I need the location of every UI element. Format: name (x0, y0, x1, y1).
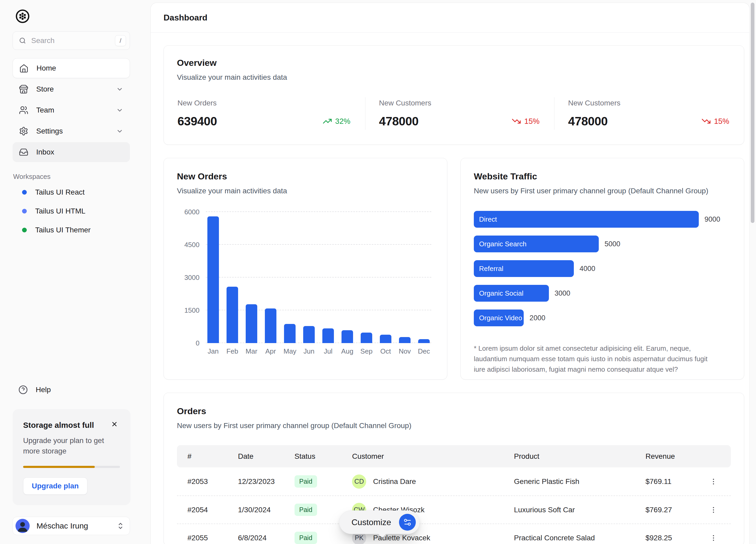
traffic-bar-value: 4000 (580, 265, 595, 273)
metric-value: 478000 (379, 114, 419, 128)
traffic-row: Organic Search5000 (474, 236, 731, 252)
bar-Mar[interactable] (246, 304, 257, 343)
traffic-footnote: * Lorem ipsum dolor sit amet consectetur… (474, 343, 718, 374)
sidebar-item-label: Inbox (36, 148, 54, 156)
page-header: Dashboard (151, 3, 749, 33)
storage-description: Upgrade your plan to get more storage (23, 435, 110, 456)
bar-chart-x-labels: JanFebMarAprMayJunJulAugSepOctNovDec (207, 347, 430, 355)
traffic-bar-value: 5000 (605, 240, 620, 248)
trend-value: 32% (335, 117, 350, 126)
app-logo-icon[interactable] (15, 9, 30, 24)
bar-Jul[interactable] (322, 328, 334, 343)
website-traffic-card: Website Traffic New users by First user … (460, 158, 744, 379)
sidebar-item-settings[interactable]: Settings (13, 121, 130, 141)
inbox-icon (19, 148, 28, 157)
column-header-product: Product (514, 452, 645, 461)
bar-Jan[interactable] (207, 217, 219, 343)
row-menu-dots-icon[interactable] (707, 531, 720, 544)
column-header-date: Date (238, 452, 295, 461)
workspace-item[interactable]: Tailus UI HTML (13, 202, 130, 221)
status-badge: Paid (295, 532, 317, 544)
new-orders-subtitle: Visualize your main activities data (177, 187, 434, 195)
traffic-bar-organic-search[interactable]: Organic Search (474, 236, 599, 252)
bar-Nov[interactable] (399, 337, 411, 343)
traffic-bar-organic-social[interactable]: Organic Social (474, 285, 549, 301)
x-axis-tick-label: Jun (303, 347, 315, 355)
traffic-bar-organic-video[interactable]: Organic Video (474, 309, 524, 326)
workspace-item[interactable]: Tailus UI React (13, 183, 130, 202)
trend-value: 15% (524, 117, 539, 126)
x-axis-tick-label: Aug (341, 347, 354, 355)
overview-subtitle: Visualize your main activities data (177, 73, 731, 82)
avatar: CD (352, 474, 366, 489)
x-axis-tick-label: Jan (207, 347, 219, 355)
y-axis-tick-label: 3000 (184, 273, 199, 282)
sidebar-item-store[interactable]: Store (13, 79, 130, 99)
search-input[interactable]: Search / (13, 31, 130, 50)
traffic-bar-label: Organic Search (479, 240, 527, 248)
bar-Oct[interactable] (380, 335, 391, 343)
y-axis-tick-label: 0 (196, 339, 199, 347)
sidebar-item-team[interactable]: Team (13, 100, 130, 120)
sidebar-item-help[interactable]: Help (13, 383, 130, 396)
x-axis-tick-label: Sep (360, 347, 373, 355)
bar-chart: 01500300045006000 (206, 212, 431, 343)
workspace-label: Tailus UI Themer (35, 226, 91, 234)
content: Overview Visualize your main activities … (151, 33, 749, 544)
workspace-label: Tailus UI HTML (35, 207, 85, 215)
product-name: Generic Plastic Fish (514, 477, 645, 486)
traffic-bar-label: Organic Social (479, 289, 523, 297)
upgrade-plan-button[interactable]: Upgrade plan (23, 477, 87, 495)
order-date: 12/23/2023 (238, 477, 295, 486)
traffic-row: Direct9000 (474, 211, 731, 228)
column-header-status: Status (295, 452, 352, 461)
new-orders-title: New Orders (177, 171, 434, 182)
traffic-bar-value: 2000 (529, 314, 545, 322)
bar-Feb[interactable] (227, 287, 238, 343)
sidebar-item-inbox[interactable]: Inbox (13, 142, 130, 162)
x-axis-tick-label: May (283, 347, 296, 355)
table-row: #20556/8/2024PaidPKPaulette KovacekPract… (177, 524, 731, 544)
search-icon (19, 37, 27, 45)
metric-label: New Customers (568, 99, 729, 107)
traffic-bar-referral[interactable]: Referral (474, 260, 574, 277)
x-axis-tick-label: Jul (322, 347, 334, 355)
traffic-bar-value: 9000 (705, 215, 720, 224)
traffic-bar-label: Organic Video (479, 314, 522, 322)
workspace-item[interactable]: Tailus UI Themer (13, 221, 130, 240)
y-axis-tick-label: 6000 (184, 208, 199, 216)
x-axis-tick-label: Feb (226, 347, 239, 355)
traffic-bar-direct[interactable]: Direct (474, 211, 699, 228)
traffic-row: Organic Social3000 (474, 285, 731, 301)
bars (207, 212, 430, 343)
main-area: Dashboard Overview Visualize your main a… (150, 0, 756, 544)
workspace-dot-icon (22, 228, 27, 233)
customize-button[interactable]: Customize (339, 510, 420, 534)
workspace-dot-icon (22, 190, 27, 195)
overview-card: Overview Visualize your main activities … (164, 45, 744, 145)
metric-label: New Customers (379, 99, 539, 107)
bar-Apr[interactable] (265, 308, 276, 343)
bar-Sep[interactable] (361, 332, 372, 343)
bar-Jun[interactable] (303, 326, 315, 343)
trend-down-icon (701, 117, 711, 126)
bar-Aug[interactable] (342, 330, 353, 343)
trend-up-indicator: 32% (323, 117, 350, 126)
metric-2: New Customers47800015% (554, 97, 744, 130)
sidebar-item-label: Store (36, 85, 54, 93)
bar-Dec[interactable] (418, 339, 430, 343)
sidebar-item-label: Home (36, 64, 56, 72)
order-id: #2054 (187, 506, 238, 514)
close-icon[interactable] (109, 419, 120, 430)
traffic-title: Website Traffic (474, 171, 731, 182)
row-menu-dots-icon[interactable] (707, 503, 720, 516)
bar-May[interactable] (284, 324, 296, 343)
orders-card: Orders New users by First user primary c… (164, 393, 744, 544)
customize-label: Customize (351, 517, 391, 527)
order-revenue: $769.11 (645, 477, 707, 486)
trend-down-indicator: 15% (512, 117, 539, 126)
row-menu-dots-icon[interactable] (707, 475, 720, 488)
sidebar-item-home[interactable]: Home (13, 58, 130, 78)
user-menu[interactable]: Méschac Irung (13, 517, 130, 535)
vertical-scrollbar[interactable] (751, 3, 754, 223)
